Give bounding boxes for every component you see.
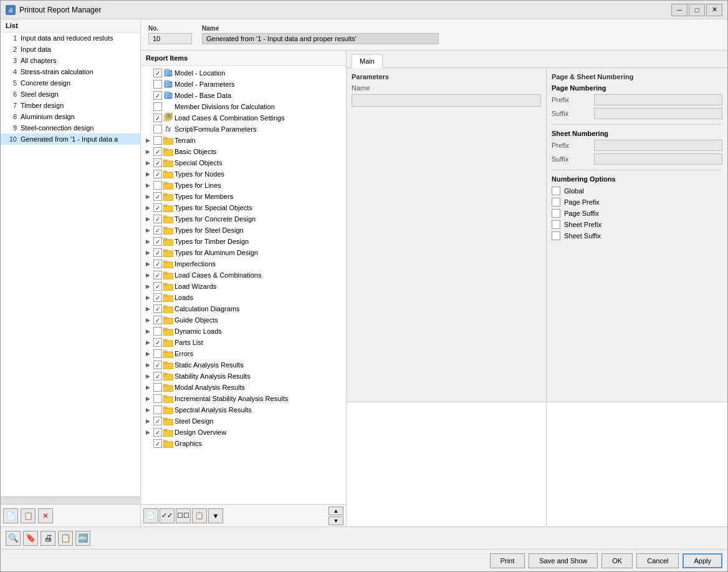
prefix-input[interactable] <box>594 94 722 105</box>
item-checkbox[interactable] <box>153 91 162 100</box>
item-checkbox[interactable] <box>153 102 162 111</box>
expand-arrow-icon[interactable]: ▶ <box>143 373 152 379</box>
expand-arrow-icon[interactable]: ▶ <box>143 306 152 312</box>
item-checkbox[interactable] <box>153 338 162 347</box>
report-item[interactable]: ▶ Steel Design <box>141 415 346 427</box>
item-checkbox[interactable] <box>153 327 162 336</box>
option-page-prefix-checkbox[interactable] <box>552 198 560 206</box>
report-item[interactable]: ▶ Types for Concrete Design <box>141 213 346 225</box>
item-checkbox[interactable] <box>153 215 162 223</box>
list-item[interactable]: 2Input data <box>1 44 140 55</box>
report-item[interactable]: Model - Base Data <box>141 90 346 101</box>
expand-arrow-icon[interactable]: ▶ <box>143 283 152 289</box>
name-input[interactable] <box>202 33 439 44</box>
list-item[interactable]: 4Stress-strain calculation <box>1 66 140 77</box>
expand-arrow-icon[interactable]: ▶ <box>143 238 152 245</box>
item-checkbox[interactable] <box>153 69 162 77</box>
report-check-all-button[interactable]: ✓✓ <box>160 508 175 523</box>
report-filter-button[interactable]: ▼ <box>208 508 223 523</box>
report-item[interactable]: ▶ Terrain <box>141 135 346 146</box>
item-checkbox[interactable] <box>153 147 162 156</box>
expand-arrow-icon[interactable]: ▶ <box>143 328 152 334</box>
item-checkbox[interactable] <box>153 170 162 178</box>
item-checkbox[interactable] <box>153 203 162 212</box>
item-checkbox[interactable] <box>153 181 162 190</box>
item-checkbox[interactable] <box>153 259 162 268</box>
expand-arrow-icon[interactable]: ▶ <box>143 137 152 143</box>
expand-arrow-icon[interactable]: ▶ <box>143 395 152 402</box>
report-item[interactable]: ▶ Guide Objects <box>141 314 346 326</box>
expand-arrow-icon[interactable]: ▶ <box>143 272 152 278</box>
item-checkbox[interactable] <box>153 136 162 145</box>
copy-list-button[interactable]: 📋 <box>21 508 36 523</box>
add-list-button[interactable]: 📄 <box>3 508 18 523</box>
item-checkbox[interactable] <box>153 417 162 425</box>
expand-arrow-icon[interactable]: ▶ <box>143 429 152 435</box>
report-down-button[interactable]: ▼ <box>328 516 343 525</box>
list-item[interactable]: 6Steel design <box>1 89 140 100</box>
report-item[interactable]: ▶ Types for Special Objects <box>141 202 346 213</box>
item-checkbox[interactable] <box>153 271 162 279</box>
report-item[interactable]: ▶ Stability Analysis Results <box>141 371 346 382</box>
save-show-button[interactable]: Save and Show <box>529 553 598 568</box>
report-item[interactable]: ▶ Imperfections <box>141 258 346 269</box>
minimize-button[interactable]: ─ <box>671 4 687 16</box>
item-checkbox[interactable] <box>153 316 162 324</box>
list-item[interactable]: 5Concrete design <box>1 77 140 89</box>
report-item[interactable]: fxScript/Formula Parameters <box>141 124 346 135</box>
search-status-button[interactable]: 🔍 <box>6 531 21 546</box>
list-item[interactable]: 9Steel-connection design <box>1 122 140 133</box>
print-status-button[interactable]: 🖨 <box>41 531 55 546</box>
item-checkbox[interactable] <box>153 282 162 291</box>
report-item[interactable]: ▶ Design Overview <box>141 427 346 438</box>
expand-arrow-icon[interactable]: ▶ <box>143 261 152 267</box>
report-item[interactable]: Member Divisions for Calculation <box>141 101 346 112</box>
option-sheet-prefix-checkbox[interactable] <box>552 220 560 229</box>
expand-arrow-icon[interactable]: ▶ <box>143 182 152 188</box>
report-item[interactable]: ▶ Spectral Analysis Results <box>141 404 346 415</box>
expand-arrow-icon[interactable]: ▶ <box>143 418 152 424</box>
item-checkbox[interactable] <box>153 394 162 403</box>
report-item[interactable]: Model - Location <box>141 67 346 79</box>
expand-arrow-icon[interactable]: ▶ <box>143 407 152 413</box>
item-checkbox[interactable] <box>153 293 162 302</box>
close-button[interactable]: ✕ <box>706 4 722 16</box>
item-checkbox[interactable] <box>153 158 162 167</box>
report-up-button[interactable]: ▲ <box>328 507 343 515</box>
item-checkbox[interactable] <box>153 114 162 122</box>
item-checkbox[interactable] <box>153 349 162 358</box>
ok-button[interactable]: OK <box>601 553 633 568</box>
name-param-input[interactable] <box>352 94 541 107</box>
report-item[interactable]: ▶ Types for Lines <box>141 180 346 191</box>
translate-status-button[interactable]: 🔤 <box>75 531 90 546</box>
report-item[interactable]: ▶ Calculation Diagrams <box>141 303 346 314</box>
report-item[interactable]: ▶ Types for Steel Design <box>141 225 346 236</box>
expand-arrow-icon[interactable]: ▶ <box>143 362 152 368</box>
item-checkbox[interactable] <box>153 405 162 414</box>
option-global-checkbox[interactable] <box>552 187 560 195</box>
expand-arrow-icon[interactable]: ▶ <box>143 294 152 301</box>
item-checkbox[interactable] <box>153 80 162 89</box>
report-item[interactable]: ▶ Dynamic Loads <box>141 326 346 337</box>
item-checkbox[interactable] <box>153 248 162 257</box>
expand-arrow-icon[interactable]: ▶ <box>143 205 152 211</box>
list-item[interactable]: 3All chapters <box>1 55 140 66</box>
item-checkbox[interactable] <box>153 439 162 448</box>
expand-arrow-icon[interactable]: ▶ <box>143 160 152 166</box>
item-checkbox[interactable] <box>153 383 162 392</box>
report-item[interactable]: ▶ Parts List <box>141 337 346 348</box>
expand-arrow-icon[interactable]: ▶ <box>143 171 152 177</box>
list-item[interactable]: 10Generated from '1 - Input data a <box>1 133 140 145</box>
option-page-suffix-checkbox[interactable] <box>552 209 560 218</box>
item-checkbox[interactable] <box>153 192 162 201</box>
bookmark-status-button[interactable]: 🔖 <box>23 531 38 546</box>
expand-arrow-icon[interactable]: ▶ <box>143 227 152 233</box>
apply-button[interactable]: Apply <box>682 553 722 568</box>
suffix-input[interactable] <box>594 108 722 119</box>
expand-arrow-icon[interactable]: ▶ <box>143 250 152 256</box>
list-scrollbar[interactable] <box>1 497 140 504</box>
item-checkbox[interactable] <box>153 428 162 437</box>
report-item[interactable]: ▶ Basic Objects <box>141 146 346 157</box>
tab-main[interactable]: Main <box>352 54 383 68</box>
item-checkbox[interactable] <box>153 125 162 133</box>
